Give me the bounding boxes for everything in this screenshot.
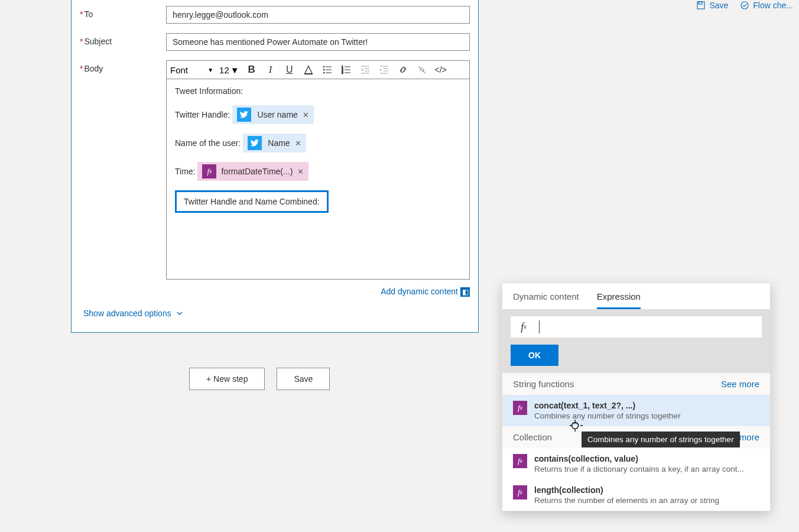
text-cursor bbox=[539, 320, 540, 333]
remove-name-icon[interactable]: ✕ bbox=[295, 139, 301, 148]
func-concat-name: concat(text_1, text_2?, ...) bbox=[534, 401, 759, 410]
flowcheck-button[interactable]: Flow che... bbox=[740, 0, 793, 11]
twitter-icon bbox=[248, 136, 262, 150]
username-token[interactable]: User name ✕ bbox=[232, 105, 313, 124]
svg-point-4 bbox=[323, 66, 324, 67]
to-label: *To bbox=[80, 6, 166, 19]
func-contains-name: contains(collection, value) bbox=[534, 454, 759, 463]
indent-button[interactable] bbox=[378, 63, 391, 76]
formatdatetime-token[interactable]: fx formatDateTime(...) ✕ bbox=[197, 162, 308, 181]
outdent-button[interactable] bbox=[359, 63, 372, 76]
color-button[interactable] bbox=[302, 63, 315, 76]
email-action-card: *To *Subject *Body Font ▼ 12▼ B I U 123 bbox=[71, 0, 479, 333]
expression-panel: Dynamic content Expression fx OK String … bbox=[502, 283, 771, 511]
func-length-name: length(collection) bbox=[534, 485, 759, 495]
func-contains-desc: Returns true if a dictionary contains a … bbox=[534, 465, 759, 473]
remove-username-icon[interactable]: ✕ bbox=[303, 111, 309, 119]
func-length-desc: Returns the number of elements in an arr… bbox=[534, 496, 759, 505]
svg-text:3: 3 bbox=[342, 71, 343, 74]
numbers-button[interactable]: 123 bbox=[340, 63, 353, 76]
save-button[interactable]: Save bbox=[277, 368, 330, 390]
fx-icon: fx bbox=[513, 401, 527, 415]
bullets-button[interactable] bbox=[321, 63, 334, 76]
new-step-button[interactable]: + New step bbox=[189, 368, 265, 390]
formatdatetime-label: formatDateTime(...) bbox=[221, 167, 293, 176]
body-label: *Body bbox=[80, 60, 166, 73]
body-line-info: Tweet Information: bbox=[175, 86, 461, 96]
remove-time-icon[interactable]: ✕ bbox=[297, 167, 304, 176]
body-handle-prefix: Twitter Handle: bbox=[175, 110, 230, 119]
func-concat[interactable]: fx concat(text_1, text_2?, ...) Combines… bbox=[502, 395, 770, 426]
link-button[interactable] bbox=[397, 63, 410, 76]
svg-point-8 bbox=[323, 72, 324, 73]
see-more-string[interactable]: See more bbox=[721, 379, 759, 389]
svg-rect-3 bbox=[304, 73, 313, 74]
func-length[interactable]: fx length(collection) Returns the number… bbox=[502, 479, 770, 511]
chevron-down-icon bbox=[176, 310, 183, 317]
tab-expression[interactable]: Expression bbox=[597, 291, 641, 309]
fontsize-select[interactable]: 12▼ bbox=[219, 65, 239, 75]
combined-text: Twitter Handle and Name Combined: bbox=[184, 197, 320, 206]
body-name-prefix: Name of the user: bbox=[175, 138, 241, 148]
bold-button[interactable]: B bbox=[245, 63, 258, 76]
flowcheck-label: Flow che... bbox=[753, 1, 793, 10]
svg-point-6 bbox=[323, 69, 324, 70]
italic-button[interactable]: I bbox=[264, 63, 277, 76]
codeview-button[interactable]: </> bbox=[434, 63, 447, 76]
fx-icon: fx bbox=[517, 320, 531, 334]
username-token-label: User name bbox=[257, 110, 297, 119]
tooltip: Combines any number of strings together bbox=[582, 432, 740, 447]
underline-button[interactable]: U bbox=[283, 63, 296, 76]
save-top-label: Save bbox=[709, 1, 728, 10]
ok-button[interactable]: OK bbox=[511, 345, 558, 366]
save-top-button[interactable]: Save bbox=[696, 0, 728, 11]
func-contains[interactable]: fx contains(collection, value) Returns t… bbox=[502, 448, 770, 479]
fx-icon: fx bbox=[513, 485, 527, 499]
font-select[interactable]: Font ▼ bbox=[170, 65, 213, 75]
plus-icon: ◧ bbox=[460, 287, 470, 297]
svg-rect-1 bbox=[699, 2, 702, 4]
name-token[interactable]: Name ✕ bbox=[243, 134, 306, 153]
add-dynamic-content-link[interactable]: Add dynamic content◧ bbox=[72, 283, 478, 297]
subject-label: *Subject bbox=[80, 33, 166, 46]
combined-highlight: Twitter Handle and Name Combined: bbox=[175, 190, 329, 213]
svg-point-2 bbox=[741, 2, 748, 9]
subject-input[interactable] bbox=[166, 33, 470, 51]
show-advanced-link[interactable]: Show advanced options bbox=[72, 297, 478, 320]
name-token-label: Name bbox=[268, 138, 290, 148]
twitter-icon bbox=[237, 108, 251, 122]
svg-line-24 bbox=[418, 66, 426, 73]
rte-toolbar: Font ▼ 12▼ B I U 123 </> bbox=[166, 60, 470, 79]
func-concat-desc: Combines any number of strings together bbox=[534, 411, 759, 420]
fx-icon: fx bbox=[513, 454, 527, 468]
expression-input[interactable]: fx bbox=[511, 316, 762, 338]
section-string-functions: String functions See more bbox=[502, 373, 770, 395]
fx-icon: fx bbox=[202, 164, 216, 179]
unlink-button[interactable] bbox=[415, 63, 428, 76]
to-input[interactable] bbox=[166, 6, 470, 24]
tab-dynamic-content[interactable]: Dynamic content bbox=[513, 291, 579, 309]
body-time-prefix: Time: bbox=[175, 167, 195, 176]
body-editor[interactable]: Tweet Information: Twitter Handle: User … bbox=[166, 79, 470, 280]
